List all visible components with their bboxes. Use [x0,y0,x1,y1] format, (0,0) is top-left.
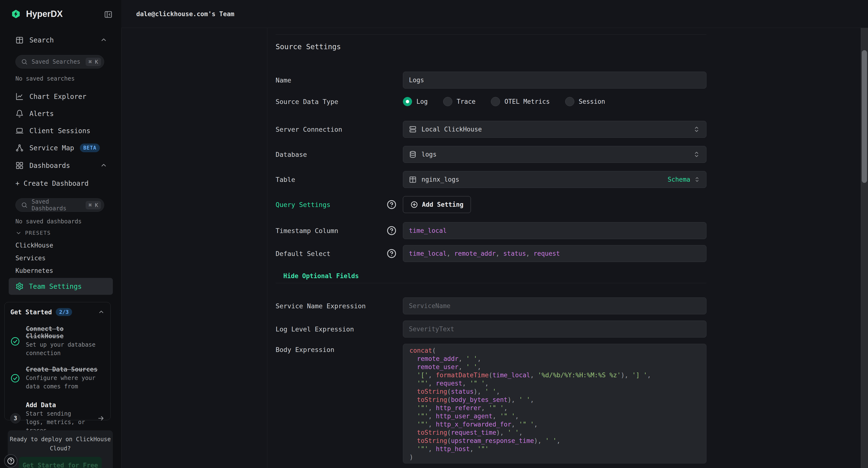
step-create-data-sources[interactable]: Create Data Sources Configure where your… [10,366,105,391]
preset-clickhouse[interactable]: ClickHouse [16,239,53,251]
preset-label: Kubernetes [16,267,53,274]
default-select-label: Default Select [276,250,331,257]
no-saved-searches-text: No saved searches [16,75,75,82]
help-circle-icon[interactable] [386,248,397,259]
page-title: Source Settings [276,42,341,51]
default-select-input[interactable]: time_local, remote_addr, status, request [403,245,707,262]
name-label: Name [276,77,291,84]
preset-kubernetes[interactable]: Kubernetes [16,265,53,276]
bell-icon [16,110,24,118]
schema-link[interactable]: Schema [668,176,690,183]
code-line: remote_user, ' ', [409,363,700,371]
code-line: '[', formatDateTime(time_local, '%d/%b/%… [409,371,700,379]
server-connection-select[interactable]: Local ClickHouse [403,121,707,138]
name-input[interactable]: Logs [403,71,707,89]
chevron-up-icon [98,309,105,316]
timestamp-column-row: Timestamp Column time_local [276,222,707,239]
sidebar-item-service-map[interactable]: Service Map BETA [0,141,121,155]
service-name-label: Service Name Expression [276,302,366,310]
preset-label: ClickHouse [16,242,53,249]
preset-services[interactable]: Services [16,252,45,264]
saved-dashboards-placeholder: Saved Dashboards [32,198,82,212]
sidebar-collapse-button[interactable] [104,10,113,19]
sidebar-item-label: Search [29,36,54,44]
step-title: Add Data [26,402,91,409]
chevrons-up-down-icon [694,176,701,183]
content-divider [267,28,268,468]
get-started-free-button[interactable]: Get Started for Free [19,457,102,468]
table-select[interactable]: nginx_logs Schema [403,171,707,188]
question-mark-icon [7,457,15,465]
radio-dot [565,97,574,106]
chart-icon [16,92,24,100]
step-title: Connect to ClickHouse [26,325,105,340]
saved-searches-input[interactable]: Saved Searches ⌘ K [16,55,104,68]
body-expression-label: Body Expression [276,346,403,353]
service-map-icon [16,144,24,152]
timestamp-column-value: time_local [409,227,447,234]
step-connect-clickhouse[interactable]: Connect to ClickHouse Set up your databa… [10,325,105,357]
circle-plus-icon [410,201,418,208]
timestamp-column-input[interactable]: time_local [403,222,707,239]
panel-collapse-icon [104,10,113,19]
scrollbar-track[interactable] [861,28,868,468]
table-row: Table nginx_logs Schema [276,171,707,188]
sidebar-item-dashboards[interactable]: Dashboards [0,159,121,172]
brand-row: HyperDX [11,9,63,19]
source-settings-panel: Source Settings Name Logs Source Data Ty… [276,34,707,468]
body-expression-editor[interactable]: concat( remote_addr, ' ', remote_user, '… [403,344,707,463]
database-select[interactable]: logs [403,146,707,163]
sidebar: HyperDX Search Saved Searches ⌘ K No sav… [0,0,122,468]
service-name-row: Service Name Expression ServiceName [276,297,707,314]
service-name-placeholder: ServiceName [409,302,451,310]
default-select-row: Default Select time_local, remote_addr, … [276,245,707,262]
step-number-circle: 3 [10,413,20,423]
get-started-header[interactable]: Get Started 2/3 [10,308,105,316]
dashboards-grid-icon [16,162,24,170]
sidebar-item-alerts[interactable]: Alerts [0,107,121,120]
search-icon [21,202,28,208]
step-add-data[interactable]: 3 Add Data Start sending logs, metrics, … [10,402,105,435]
radio-label: OTEL Metrics [504,98,550,105]
add-setting-button[interactable]: Add Setting [403,196,471,213]
sidebar-item-team-settings[interactable]: Team Settings [9,278,113,295]
radio-log[interactable]: Log [403,97,428,106]
sidebar-item-client-sessions[interactable]: Client Sessions [0,124,121,138]
search-icon [21,58,28,65]
chevron-up-icon [100,162,107,169]
presets-label: PRESETS [25,230,51,236]
help-circle-icon[interactable] [386,226,397,236]
sidebar-item-search[interactable]: Search [0,33,121,47]
radio-otel-metrics[interactable]: OTEL Metrics [491,97,550,106]
service-name-input[interactable]: ServiceName [403,297,707,314]
sidebar-item-label: Dashboards [29,162,70,170]
database-label: Database [276,151,307,158]
create-dashboard-button[interactable]: + Create Dashboard [0,177,121,190]
no-saved-dashboards-text: No saved dashboards [16,218,82,225]
sidebar-item-label: Client Sessions [29,127,90,135]
help-button[interactable] [4,454,18,468]
gear-icon [16,282,24,290]
search-table-icon [16,36,24,44]
code-line: toString(request_time), ' ', [409,429,700,437]
scrollbar-thumb[interactable] [862,50,867,183]
cmd-k-shortcut: ⌘ K [86,58,101,66]
code-line: '"', http_host, '"' [409,445,700,453]
topbar: dale@clickhouse.com's Team [121,0,868,28]
help-circle-icon[interactable] [386,200,397,210]
radio-session[interactable]: Session [565,97,605,106]
radio-trace[interactable]: Trace [443,97,475,106]
source-data-type-label: Source Data Type [276,98,338,106]
hide-optional-fields-link[interactable]: Hide Optional Fields [283,270,359,282]
saved-dashboards-input[interactable]: Saved Dashboards ⌘ K [16,198,104,212]
server-connection-value: Local ClickHouse [422,126,482,133]
check-circle-icon [10,337,20,346]
presets-toggle[interactable]: PRESETS [16,230,51,236]
code-line: remote_addr, ' ', [409,355,700,363]
sidebar-item-chart-explorer[interactable]: Chart Explorer [0,90,121,103]
hyperdx-app: HyperDX Search Saved Searches ⌘ K No sav… [0,0,868,468]
log-level-input[interactable]: SeverityText [403,321,707,338]
hyperdx-logo-icon [11,9,21,19]
add-setting-label: Add Setting [422,201,463,208]
log-level-label: Log Level Expression [276,325,354,333]
